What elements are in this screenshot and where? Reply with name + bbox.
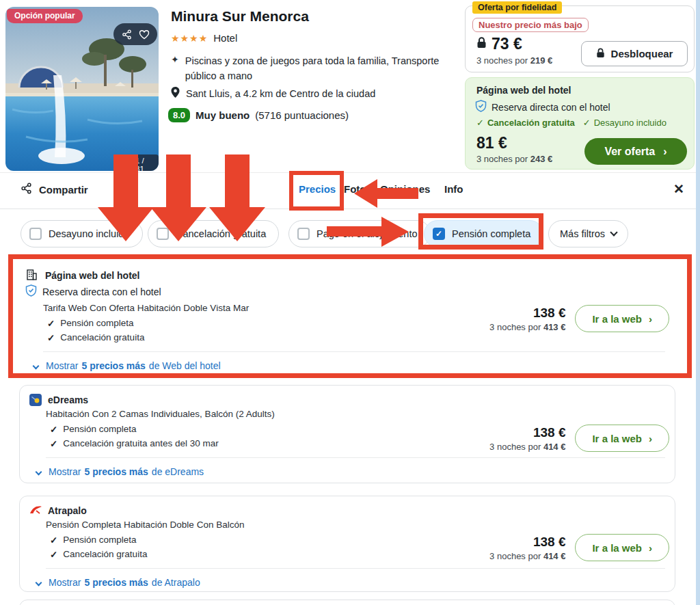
price-listing-atrapalo: Atrapalo Pensión Completa Habitación Dob…	[19, 496, 675, 592]
check-icon: ✓	[50, 438, 57, 449]
share-button[interactable]: Compartir	[21, 183, 88, 196]
price-per-night: 138 €	[489, 535, 565, 550]
tab-opiniones[interactable]: Opiniones	[380, 183, 430, 195]
close-icon[interactable]: ✕	[673, 181, 684, 197]
rating-count: (5716 puntuaciones)	[255, 109, 349, 121]
nights-prefix: 3 noches por	[476, 154, 528, 164]
scrollbar[interactable]	[696, 0, 700, 605]
check-icon: ✓	[47, 318, 55, 329]
property-type: Hotel	[213, 32, 237, 44]
filter-chip-pay-at-property[interactable]: Pago en el alojamiento	[288, 220, 431, 247]
checkbox-checked[interactable]: ✓	[433, 228, 445, 240]
rating-label: Muy bueno	[196, 109, 250, 121]
nights-prefix: 3 noches por	[476, 55, 528, 66]
price-per-night: 138 €	[489, 306, 565, 321]
check-icon: ✓	[50, 535, 57, 546]
direct-booking-text: Reserva directa con el hotel	[492, 102, 610, 113]
check-icon: ✓	[50, 424, 57, 435]
nights-total: 219 €	[530, 55, 553, 66]
check-icon: ✓	[583, 118, 591, 128]
divider	[46, 568, 665, 569]
photo-actions-pill	[113, 23, 157, 45]
location-pin-icon	[171, 87, 180, 100]
lock-icon	[476, 37, 487, 51]
modal-tab-bar: Compartir Precios Fotos Opiniones Info ✕	[0, 172, 700, 209]
check-icon: ✓	[476, 118, 484, 128]
chevron-right-icon: ›	[649, 542, 652, 554]
filter-chip-free-cancellation[interactable]: Cancelación gratuita	[148, 220, 279, 247]
price-listing-edreams: eDreams Habitación Con 2 Camas Individua…	[19, 385, 675, 483]
locked-price: 73 €	[492, 35, 522, 53]
direct-offer-price: 81 €	[476, 134, 507, 152]
go-to-website-button[interactable]: Ir a la web›	[575, 425, 669, 452]
price-per-night: 138 €	[489, 425, 565, 440]
chevron-down-icon	[610, 228, 617, 236]
divider	[46, 457, 665, 458]
go-to-website-button[interactable]: Ir a la web›	[575, 534, 669, 561]
shield-check-icon	[475, 100, 487, 114]
provider-name: eDreams	[48, 394, 88, 405]
nights-total: 243 €	[530, 154, 553, 164]
check-icon: ✓	[50, 549, 57, 560]
unlock-button[interactable]: Desbloquear	[581, 41, 688, 66]
go-to-website-button[interactable]: Ir a la web›	[575, 305, 669, 332]
perk-cancellation: Cancelación gratuita	[487, 118, 575, 128]
shield-check-icon	[25, 284, 37, 299]
chevron-down-icon	[36, 579, 42, 586]
hotel-name: Minura Sur Menorca	[171, 8, 309, 25]
check-icon: ✓	[47, 332, 55, 343]
price-listing-hotel-website: Página web del hotel Reserva directa con…	[17, 263, 675, 373]
provider-name: Página web del hotel	[45, 270, 139, 281]
chevron-down-icon	[33, 362, 40, 369]
rating-score-badge: 8.0	[168, 108, 190, 122]
checkbox-unchecked[interactable]	[157, 228, 169, 240]
hotel-highlight-text: Piscinas y zona de juegos para toda la f…	[185, 53, 455, 84]
atrapalo-logo-icon	[29, 505, 42, 517]
loyalty-badge: Oferta por fidelidad	[472, 1, 562, 14]
building-icon	[27, 269, 39, 282]
show-more-prices-link[interactable]: Mostrar5 precios másde eDreams	[36, 466, 675, 477]
chevron-right-icon: ›	[649, 433, 652, 444]
edreams-logo-icon	[29, 394, 42, 406]
tab-fotos[interactable]: Fotos	[344, 183, 372, 195]
heart-icon[interactable]	[139, 29, 150, 40]
share-icon	[21, 183, 32, 196]
offer-provider-title: Página web del hotel	[476, 85, 571, 96]
chevron-down-icon	[36, 468, 42, 475]
more-filters-button[interactable]: Más filtros	[548, 220, 628, 247]
loyalty-offer-card: Oferta por fidelidad Nuestro precio más …	[465, 5, 695, 72]
location-text: Sant Lluis, a 4.2 km de Centro de la ciu…	[186, 88, 375, 99]
chevron-right-icon: ›	[663, 146, 667, 158]
lock-icon	[596, 48, 605, 60]
share-icon[interactable]	[122, 29, 132, 40]
image-counter: 1 / 81	[131, 154, 159, 171]
perk-breakfast: Desayuno incluido	[594, 118, 667, 128]
star-rating-icons: ★★★★	[171, 33, 208, 44]
popular-option-badge: Opción popular	[7, 9, 83, 23]
tab-info[interactable]: Info	[444, 183, 463, 195]
view-offer-button[interactable]: Ver oferta›	[584, 138, 687, 165]
direct-booking-text: Reserva directa con el hotel	[42, 286, 161, 297]
hotel-photo[interactable]: Opción popular 1 / 81	[5, 7, 159, 171]
hotel-website-offer-card: Página web del hotel Reserva directa con…	[465, 77, 695, 170]
tab-precios[interactable]: Precios	[299, 183, 336, 195]
show-more-prices-link[interactable]: Mostrar5 precios másde Web del hotel	[33, 360, 675, 371]
lowest-price-tagline: Nuestro precio más bajo	[472, 18, 589, 32]
filter-chip-full-board[interactable]: ✓ Pensión completa	[424, 220, 543, 247]
room-description: Pensión Completa Habitación Doble Con Ba…	[46, 520, 675, 530]
checkbox-unchecked[interactable]	[297, 228, 310, 240]
room-description: Habitación Con 2 Camas Individuales, Bal…	[46, 409, 675, 419]
checkbox-unchecked[interactable]	[29, 228, 42, 240]
price-listing-next-partial	[19, 600, 675, 605]
show-more-prices-link[interactable]: Mostrar5 precios másde Atrapalo	[36, 577, 675, 588]
divider	[43, 351, 665, 352]
provider-name: Atrapalo	[48, 505, 87, 516]
filter-chip-breakfast[interactable]: Desayuno incluido	[21, 220, 143, 247]
sparkle-icon: ✦	[171, 53, 179, 84]
chevron-right-icon: ›	[649, 313, 652, 325]
